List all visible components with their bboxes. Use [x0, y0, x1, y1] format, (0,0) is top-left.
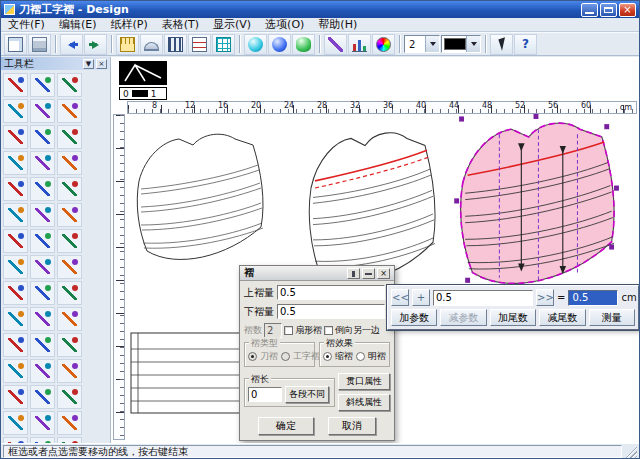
tool-icon[interactable]	[3, 359, 28, 383]
prev-param-button[interactable]: <<	[391, 289, 409, 306]
tool-icon[interactable]	[3, 151, 28, 175]
pattern-piece-middle[interactable]	[309, 133, 435, 281]
compare-tool-button[interactable]	[324, 34, 347, 55]
tool-icon[interactable]	[57, 151, 82, 175]
menu-file[interactable]: 文件(F)	[1, 18, 52, 31]
color-dropdown-button[interactable]	[466, 36, 480, 52]
tool-icon[interactable]	[57, 411, 82, 435]
cancel-button[interactable]: 取消	[328, 417, 376, 435]
tool-icon[interactable]	[3, 255, 28, 279]
tool-icon[interactable]	[57, 307, 82, 331]
redo-button[interactable]	[84, 34, 107, 55]
tool-icon[interactable]	[30, 99, 55, 123]
tool-panel-caption[interactable]: 工具栏 ▼ ×	[1, 57, 110, 70]
seam-allowance-button[interactable]	[188, 34, 211, 55]
measure-button-param[interactable]: 测量	[589, 309, 635, 326]
tool-icon[interactable]	[30, 385, 55, 409]
pleat-tool-button[interactable]	[164, 34, 187, 55]
dialog-rollup-button[interactable]	[362, 268, 375, 279]
tool-icon[interactable]	[3, 99, 28, 123]
tool-icon[interactable]	[3, 307, 28, 331]
next-param-button[interactable]: >>	[536, 289, 554, 306]
subtract-tail-button[interactable]: 减尾数	[539, 309, 585, 326]
menu-edit[interactable]: 编辑(E)	[52, 18, 104, 31]
pleat-count-input[interactable]	[264, 323, 282, 338]
pointer-tool-button[interactable]	[490, 34, 513, 55]
zoom-select[interactable]: 2	[404, 35, 440, 53]
tool-icon[interactable]	[30, 151, 55, 175]
dialog-titlebar[interactable]: 褶 ×	[240, 266, 394, 281]
help-button[interactable]: ?	[514, 34, 537, 55]
tool-icon[interactable]	[30, 177, 55, 201]
new-document-button[interactable]	[4, 34, 27, 55]
reverse-side-checkbox[interactable]	[324, 326, 333, 335]
pattern-piece-left[interactable]	[137, 134, 263, 259]
tool-icon[interactable]	[3, 229, 28, 253]
menu-options[interactable]: 选项(O)	[258, 18, 311, 31]
measure-button[interactable]	[116, 34, 139, 55]
tool-icon[interactable]	[30, 307, 55, 331]
menu-pattern[interactable]: 纸样(P)	[103, 18, 154, 31]
tool-icon[interactable]	[57, 281, 82, 305]
tool-icon[interactable]	[30, 411, 55, 435]
tool-icon[interactable]	[30, 281, 55, 305]
fan-pleat-checkbox[interactable]	[284, 326, 293, 335]
tool-icon[interactable]	[57, 73, 82, 97]
tool-icon[interactable]	[3, 385, 28, 409]
tool-icon[interactable]	[3, 281, 28, 305]
tool-icon[interactable]	[57, 385, 82, 409]
tool-icon[interactable]	[30, 255, 55, 279]
subtract-param-button[interactable]: 减参数	[440, 309, 486, 326]
tool-icon[interactable]	[3, 333, 28, 357]
tool-icon[interactable]	[3, 203, 28, 227]
upper-pleat-input[interactable]	[277, 285, 385, 300]
lower-pleat-input[interactable]	[277, 304, 385, 319]
tool-icon[interactable]	[57, 333, 82, 357]
tool-icon[interactable]	[57, 125, 82, 149]
line-color-select[interactable]	[441, 35, 481, 53]
knife-pleat-radio[interactable]	[248, 352, 257, 361]
tool-icon[interactable]	[57, 229, 82, 253]
visible-pleat-radio[interactable]	[356, 352, 365, 361]
diagonal-properties-button[interactable]: 斜线属性	[338, 394, 390, 411]
grid-button[interactable]	[212, 34, 235, 55]
pattern-piece-selected[interactable]	[454, 114, 619, 291]
tool-icon[interactable]	[3, 73, 28, 97]
add-param-button[interactable]: 加参数	[391, 309, 437, 326]
print-button[interactable]	[28, 34, 51, 55]
protractor-button[interactable]	[140, 34, 163, 55]
tool-icon[interactable]	[30, 203, 55, 227]
tool-icon[interactable]	[30, 333, 55, 357]
undo-button[interactable]	[60, 34, 83, 55]
add-tail-button[interactable]: 加尾数	[490, 309, 536, 326]
tool-icon[interactable]	[30, 229, 55, 253]
tool-icon[interactable]	[57, 177, 82, 201]
panel-close-button[interactable]: ×	[96, 59, 107, 69]
zoom-dropdown-button[interactable]	[425, 36, 439, 52]
tool-icon[interactable]	[30, 125, 55, 149]
box-pleat-radio[interactable]	[281, 352, 290, 361]
cylinder-3d-button[interactable]	[292, 34, 315, 55]
tool-icon[interactable]	[3, 411, 28, 435]
ok-button[interactable]: 确定	[258, 417, 314, 435]
dialog-close-button[interactable]: ×	[377, 268, 390, 279]
minimize-button[interactable]	[581, 3, 598, 17]
tool-icon[interactable]	[57, 255, 82, 279]
resize-grip[interactable]	[624, 445, 637, 458]
dialog-pin-button[interactable]	[347, 268, 360, 279]
shirr-radio[interactable]	[323, 352, 332, 361]
tool-icon[interactable]	[3, 125, 28, 149]
sphere-3d-button[interactable]	[244, 34, 267, 55]
color-wheel-button[interactable]	[372, 34, 395, 55]
close-button[interactable]: ×	[619, 3, 636, 17]
tool-icon[interactable]	[57, 99, 82, 123]
tool-icon[interactable]	[57, 203, 82, 227]
chart-button[interactable]	[348, 34, 371, 55]
menu-help[interactable]: 帮助(H)	[311, 18, 364, 31]
menu-view[interactable]: 显示(V)	[206, 18, 258, 31]
render-3d-button[interactable]	[268, 34, 291, 55]
tool-icon[interactable]	[30, 73, 55, 97]
pleat-length-input[interactable]	[248, 387, 282, 402]
drawing-canvas[interactable]: 0 1 8 12 16 20 24 28 32 36 40 44 48 52 5…	[111, 57, 639, 443]
panel-chevron-button[interactable]: ▼	[83, 59, 94, 69]
